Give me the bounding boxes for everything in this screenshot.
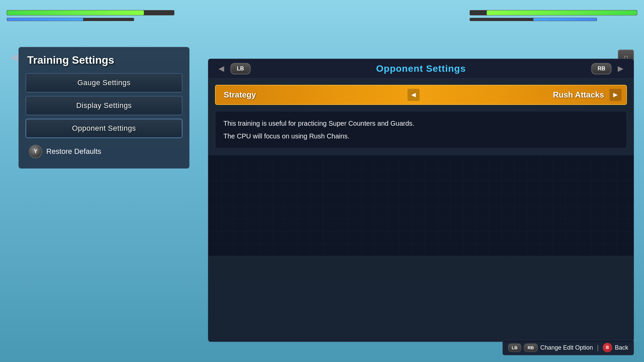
- lb-button[interactable]: LB: [230, 63, 251, 74]
- grid-background-area: [208, 155, 634, 256]
- hud-top: [0, 0, 644, 44]
- player1-health-track: [7, 10, 174, 15]
- strategy-arrows: ◄: [408, 89, 423, 101]
- player1-ki-fill: [7, 18, 83, 21]
- display-settings-button[interactable]: Display Settings: [25, 96, 182, 115]
- strategy-description-box: This training is useful for practicing S…: [215, 111, 627, 148]
- description-line1: This training is useful for practicing S…: [223, 118, 619, 129]
- opponent-settings-title: Opponent Settings: [376, 63, 466, 74]
- training-panel-title: Training Settings: [25, 54, 182, 66]
- player2-bars: [470, 10, 637, 21]
- rb-button[interactable]: RB: [591, 63, 611, 74]
- restore-defaults-label: Restore Defaults: [46, 147, 101, 156]
- opponent-panel-header: ◄ LB Opponent Settings RB ►: [208, 59, 634, 79]
- strategy-prev-button[interactable]: ◄: [408, 89, 420, 101]
- restore-defaults-row: Y Restore Defaults: [25, 145, 182, 158]
- strategy-value: Rush Attacks: [423, 85, 609, 104]
- training-settings-panel: Training Settings Gauge Settings Display…: [18, 47, 190, 169]
- y-button-icon[interactable]: Y: [29, 145, 42, 158]
- b-hint-button: B: [603, 343, 612, 352]
- player1-health-fill: [7, 10, 144, 15]
- player2-health-fill: [487, 10, 637, 15]
- lb-nav-group: ◄ LB: [215, 63, 251, 74]
- opponent-settings-panel: ◄ LB Opponent Settings RB ► Strategy ◄ R…: [208, 59, 634, 342]
- description-line2: The CPU will focus on using Rush Chains.: [223, 131, 619, 141]
- player1-hud: [7, 3, 174, 21]
- gauge-settings-button[interactable]: Gauge Settings: [25, 73, 182, 93]
- separator: |: [596, 344, 600, 352]
- back-label: Back: [615, 344, 628, 351]
- left-nav-arrow-icon[interactable]: ◄: [215, 63, 228, 74]
- strategy-selector-row: Strategy ◄ Rush Attacks ►: [215, 85, 627, 105]
- bottom-hud-bar: LB RB Change Edit Option | B Back: [502, 340, 634, 355]
- player1-ki-track: [7, 18, 134, 21]
- rb-nav-group: RB ►: [591, 63, 627, 74]
- right-nav-arrow-icon[interactable]: ►: [614, 63, 627, 74]
- player2-hud: [470, 3, 637, 21]
- player2-ki-fill: [533, 18, 597, 21]
- strategy-label: Strategy: [216, 85, 408, 104]
- rb-hint-button: RB: [524, 344, 538, 352]
- lb-hint-button: LB: [508, 344, 521, 352]
- player2-health-track: [470, 10, 637, 15]
- player1-bars: [7, 10, 174, 21]
- opponent-settings-button[interactable]: Opponent Settings: [25, 119, 182, 138]
- change-edit-option-label: Change Edit Option: [540, 344, 593, 351]
- player2-ki-track: [470, 18, 597, 21]
- strategy-next-button[interactable]: ►: [609, 89, 622, 101]
